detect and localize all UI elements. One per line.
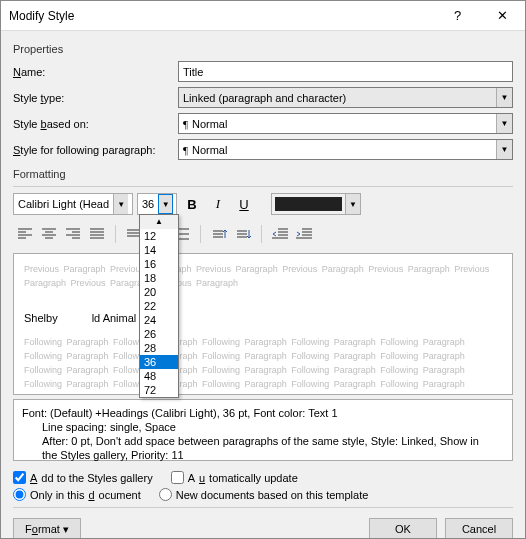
properties-header: Properties <box>13 43 513 55</box>
new-documents-radio[interactable]: New documents based on this template <box>159 488 369 501</box>
size-option-12[interactable]: 12 <box>140 229 178 243</box>
bold-button[interactable]: B <box>181 193 203 215</box>
following-paragraph-text: Following Paragraph Following Paragraph … <box>24 363 502 377</box>
ok-button[interactable]: OK <box>369 518 437 539</box>
size-option-16[interactable]: 16 <box>140 257 178 271</box>
size-option-48[interactable]: 48 <box>140 369 178 383</box>
formatting-header: Formatting <box>13 168 513 180</box>
chevron-down-icon[interactable]: ▼ <box>496 140 512 159</box>
chevron-down-icon[interactable]: ▼ <box>496 114 512 133</box>
indent-increase-button[interactable] <box>292 223 316 245</box>
format-button[interactable]: Format ▾ <box>13 518 81 539</box>
size-option-36[interactable]: 36 <box>140 355 178 369</box>
paragraph-icon: ¶ <box>183 118 188 130</box>
scroll-up-icon[interactable]: ▲ <box>140 215 178 229</box>
size-option-26[interactable]: 26 <box>140 327 178 341</box>
chevron-down-icon[interactable]: ▼ <box>113 194 128 214</box>
preview-pane: Previous Paragraph Previous Paragraph Pr… <box>13 253 513 395</box>
cancel-button[interactable]: Cancel <box>445 518 513 539</box>
add-to-gallery-checkbox[interactable]: Add to the Styles gallery <box>13 471 153 484</box>
align-left-button[interactable] <box>13 223 37 245</box>
size-option-24[interactable]: 24 <box>140 313 178 327</box>
sample-text: Shelbyld Animal Rescue <box>24 296 502 329</box>
size-option-20[interactable]: 20 <box>140 285 178 299</box>
color-swatch <box>275 197 342 211</box>
divider <box>13 507 513 508</box>
size-option-72[interactable]: 72 <box>140 383 178 397</box>
following-paragraph-text: Following Paragraph Following Paragraph … <box>24 391 502 395</box>
name-label: Name: <box>13 66 178 78</box>
style-type-label: Style type: <box>13 92 178 104</box>
style-description: Font: (Default) +Headings (Calibri Light… <box>13 399 513 461</box>
size-option-18[interactable]: 18 <box>140 271 178 285</box>
following-select[interactable]: ¶Normal▼ <box>178 139 513 160</box>
following-paragraph-text: Following Paragraph Following Paragraph … <box>24 335 502 349</box>
following-paragraph-text: Following Paragraph Following Paragraph … <box>24 377 502 391</box>
size-option-28[interactable]: 28 <box>140 341 178 355</box>
following-label: Style for following paragraph: <box>13 144 178 156</box>
paragraph-icon: ¶ <box>183 144 188 156</box>
font-combo[interactable]: Calibri Light (Head▼ <box>13 193 133 215</box>
align-right-button[interactable] <box>61 223 85 245</box>
chevron-down-icon[interactable]: ▼ <box>345 194 360 214</box>
divider <box>13 186 513 187</box>
following-paragraph-text: Following Paragraph Following Paragraph … <box>24 349 502 363</box>
help-button[interactable]: ? <box>435 1 480 31</box>
font-size-combo[interactable]: 36▼ <box>137 193 177 215</box>
font-color-picker[interactable]: ▼ <box>271 193 361 215</box>
space-before-inc-button[interactable] <box>207 223 231 245</box>
italic-button[interactable]: I <box>207 193 229 215</box>
underline-button[interactable]: U <box>233 193 255 215</box>
close-button[interactable]: ✕ <box>480 1 525 31</box>
toolbar-divider <box>261 225 262 243</box>
toolbar-divider <box>115 225 116 243</box>
size-option-14[interactable]: 14 <box>140 243 178 257</box>
size-option-22[interactable]: 22 <box>140 299 178 313</box>
align-justify-button[interactable] <box>85 223 109 245</box>
align-center-button[interactable] <box>37 223 61 245</box>
auto-update-checkbox[interactable]: Automatically update <box>171 471 298 484</box>
based-on-select[interactable]: ¶Normal▼ <box>178 113 513 134</box>
previous-paragraph-text: Paragraph Previous Paragraph Previous Pa… <box>24 276 502 290</box>
based-on-label: Style based on: <box>13 118 178 130</box>
only-in-document-radio[interactable]: Only in this document <box>13 488 141 501</box>
window-title: Modify Style <box>9 9 74 23</box>
style-type-select: Linked (paragraph and character)▼ <box>178 87 513 108</box>
window-controls: ? ✕ <box>435 1 525 31</box>
toolbar-divider <box>200 225 201 243</box>
previous-paragraph-text: Previous Paragraph Previous Paragraph Pr… <box>24 262 502 276</box>
chevron-down-icon: ▼ <box>496 88 512 107</box>
indent-decrease-button[interactable] <box>268 223 292 245</box>
paragraph-toolbar <box>13 223 513 245</box>
space-before-dec-button[interactable] <box>231 223 255 245</box>
chevron-down-icon[interactable]: ▼ <box>158 194 173 214</box>
formatting-toolbar: Calibri Light (Head▼ 36▼ B I U ▼ ▲ 12141… <box>13 193 513 215</box>
font-size-dropdown[interactable]: ▲ 121416182022242628364872 <box>139 214 179 398</box>
name-input[interactable]: Title <box>178 61 513 82</box>
title-bar: Modify Style ? ✕ <box>1 1 525 31</box>
